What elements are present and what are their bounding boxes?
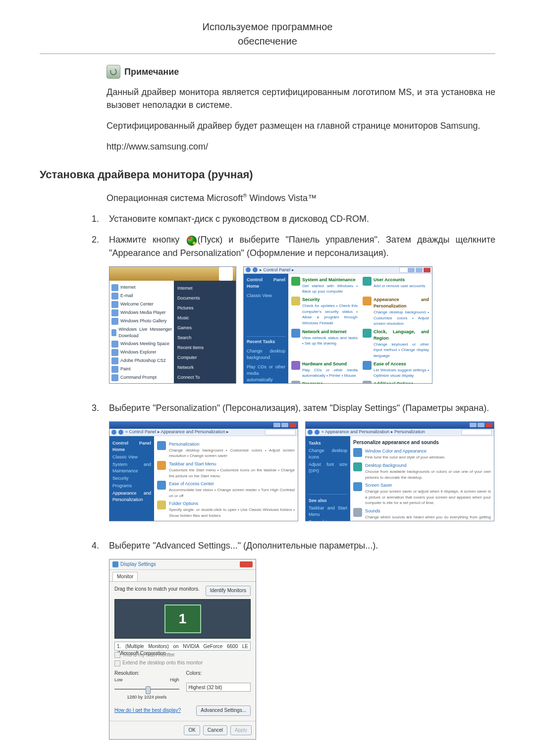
- identify-monitors-button[interactable]: Identify Monitors: [206, 586, 251, 596]
- sb-link-selected[interactable]: Appearance and Personalization: [112, 490, 151, 503]
- max-icon[interactable]: [416, 268, 423, 272]
- start-r-item[interactable]: Network: [176, 363, 234, 372]
- sb-link[interactable]: System and Maintenance: [112, 461, 151, 474]
- see-link[interactable]: Taskbar and Start Menu: [309, 505, 347, 518]
- start-item[interactable]: Windows Meeting Space: [120, 341, 169, 347]
- search-input[interactable]: [461, 429, 492, 435]
- cp-sub[interactable]: Check for updates • Check this computer'…: [302, 303, 358, 326]
- pz-item[interactable]: Desktop Background: [365, 462, 491, 469]
- sb-link[interactable]: Security: [112, 475, 151, 482]
- start-r-item[interactable]: Computer: [176, 353, 234, 362]
- ap-item-personalization[interactable]: Personalization: [169, 441, 295, 448]
- ap-sub[interactable]: Accommodate low vision • Change screen r…: [169, 487, 295, 499]
- pz-item[interactable]: Sounds: [365, 508, 491, 514]
- cp-cat[interactable]: Network and Internet: [302, 329, 358, 335]
- start-r-item[interactable]: Documents: [176, 294, 234, 302]
- max-icon[interactable]: [281, 423, 288, 427]
- cp-cat[interactable]: System and Maintenance: [302, 277, 358, 283]
- cp-cat[interactable]: Clock, Language, and Region: [374, 329, 429, 342]
- recent-link[interactable]: Change desktop background: [247, 348, 285, 361]
- recent-link[interactable]: Play CDs or other media automatically: [247, 364, 285, 383]
- start-r-item[interactable]: Internet: [176, 284, 234, 293]
- start-item[interactable]: Windows Photo Gallery: [120, 318, 167, 324]
- min-icon[interactable]: [470, 423, 477, 427]
- back-icon[interactable]: [246, 267, 251, 272]
- tab-monitor[interactable]: Monitor: [112, 572, 138, 582]
- close-icon[interactable]: [485, 423, 492, 427]
- classic-view-link[interactable]: Classic View: [247, 293, 285, 299]
- start-r-control-panel[interactable]: Control Panel: [176, 383, 234, 384]
- back-icon[interactable]: [111, 430, 116, 435]
- cp-cat[interactable]: Programs: [302, 381, 358, 384]
- cancel-button[interactable]: Cancel: [203, 725, 227, 736]
- cp-sub[interactable]: Let Windows suggest settings • Optimize …: [374, 367, 429, 379]
- monitor-1-icon[interactable]: 1: [164, 605, 201, 633]
- ap-item[interactable]: Folder Options: [169, 501, 295, 507]
- pz-item[interactable]: Window Color and Appearance: [365, 448, 445, 454]
- ok-button[interactable]: OK: [184, 725, 200, 736]
- start-item[interactable]: Windows Live Messenger Download: [118, 326, 172, 339]
- cp-sub[interactable]: Add or remove user accounts: [374, 283, 426, 289]
- start-r-item[interactable]: Music: [176, 314, 234, 322]
- ap-sub[interactable]: Specify single- or double-click to open …: [169, 507, 295, 518]
- cp-cat[interactable]: Security: [302, 297, 358, 303]
- cp-cat[interactable]: Hardware and Sound: [302, 361, 358, 367]
- fwd-icon[interactable]: [118, 430, 123, 435]
- monitor-select[interactable]: 1. (Multiple Monitors) on NVIDIA GeForce…: [114, 642, 251, 651]
- ap-sub[interactable]: Customize the Start menu • Customize ico…: [169, 467, 295, 479]
- max-icon[interactable]: [478, 423, 484, 427]
- start-r-item[interactable]: Search: [176, 334, 234, 342]
- start-r-item[interactable]: Games: [176, 324, 234, 332]
- cp-cat[interactable]: Ease of Access: [374, 361, 429, 367]
- min-icon[interactable]: [408, 268, 415, 272]
- start-r-item[interactable]: Pictures: [176, 304, 234, 312]
- checkbox[interactable]: [114, 652, 120, 658]
- samsung-url[interactable]: http://www.samsung.com/: [107, 142, 208, 151]
- ap-item[interactable]: Fonts: [169, 521, 209, 521]
- start-item[interactable]: Adobe Photoshop CS2: [120, 357, 166, 364]
- pz-item[interactable]: Screen Saver: [365, 482, 491, 489]
- checkbox[interactable]: [114, 660, 120, 666]
- close-icon[interactable]: [240, 561, 253, 567]
- start-item[interactable]: E-mail: [120, 293, 133, 299]
- help-link[interactable]: How do I get the best display?: [114, 707, 181, 714]
- cp-sub[interactable]: Play CDs or other media automatically • …: [302, 367, 358, 379]
- resolution-slider[interactable]: [114, 685, 179, 693]
- monitor-arrangement[interactable]: 1: [114, 599, 251, 639]
- close-icon[interactable]: [424, 268, 430, 272]
- cp-cat-appearance[interactable]: Appearance and Personalization: [374, 297, 429, 309]
- ap-item[interactable]: Ease of Access Center: [169, 481, 295, 487]
- sb-link[interactable]: Adjust font size (DPI): [309, 461, 347, 474]
- cp-sub[interactable]: Get started with Windows • Back up your …: [302, 283, 358, 295]
- start-item[interactable]: Internet: [120, 284, 136, 291]
- classic-link[interactable]: Classic View: [112, 454, 151, 460]
- cp-sub[interactable]: View network status and tasks • Set up f…: [302, 335, 358, 347]
- cp-sub[interactable]: Change keyboard or other input method • …: [374, 342, 429, 359]
- start-item[interactable]: Windows Explorer: [120, 349, 157, 355]
- back-icon[interactable]: [308, 430, 313, 435]
- start-item[interactable]: Welcome Center: [120, 301, 154, 307]
- fwd-icon[interactable]: [315, 430, 320, 435]
- start-r-item[interactable]: Connect To: [176, 373, 234, 382]
- breadcrumb[interactable]: « Control Panel ▸ Appearance and Persona…: [125, 429, 229, 435]
- fwd-icon[interactable]: [253, 267, 258, 272]
- cp-sub[interactable]: Change desktop background • Customize co…: [374, 309, 429, 327]
- sb-link[interactable]: Programs: [112, 483, 151, 489]
- start-r-item[interactable]: Recent Items: [176, 344, 234, 352]
- min-icon[interactable]: [273, 423, 280, 427]
- sb-link[interactable]: Change desktop icons: [309, 448, 347, 460]
- see-link[interactable]: Ease of Access: [309, 519, 347, 521]
- ap-sub[interactable]: Change desktop background • Customize co…: [169, 448, 295, 459]
- breadcrumb[interactable]: ▸ Control Panel ▸: [260, 267, 294, 273]
- start-item[interactable]: Command Prompt: [120, 374, 157, 381]
- ap-item[interactable]: Taskbar and Start Menu: [169, 461, 295, 467]
- start-item[interactable]: Paint: [120, 366, 131, 372]
- apply-button[interactable]: Apply: [230, 725, 252, 736]
- close-icon[interactable]: [289, 423, 296, 427]
- search-input[interactable]: [265, 429, 296, 435]
- colors-select[interactable]: Highest (32 bit): [186, 683, 251, 692]
- advanced-settings-button[interactable]: Advanced Settings...: [196, 706, 251, 716]
- breadcrumb[interactable]: « Appearance and Personalization ▸ Perso…: [321, 429, 425, 435]
- cp-cat[interactable]: Additional Options: [374, 381, 414, 384]
- start-item[interactable]: Windows Media Player: [120, 309, 166, 316]
